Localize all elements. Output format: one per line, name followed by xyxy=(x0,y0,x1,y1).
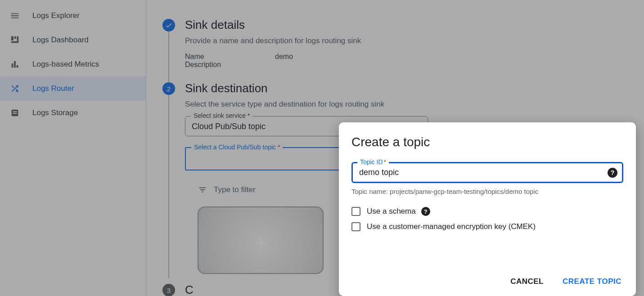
dialog-title: Create a topic xyxy=(351,135,623,149)
topic-name-text: Topic name: projects/panw-gcp-team-testi… xyxy=(351,188,623,195)
help-icon[interactable]: ? xyxy=(608,168,617,178)
use-schema-label: Use a schema xyxy=(367,207,416,216)
use-schema-checkbox-row[interactable]: Use a schema ? xyxy=(351,207,623,216)
dialog-actions: CANCEL CREATE TOPIC xyxy=(351,266,623,289)
topic-id-input[interactable] xyxy=(359,168,602,177)
create-topic-button[interactable]: CREATE TOPIC xyxy=(561,274,623,289)
create-topic-dialog: Create a topic Topic ID* ? Topic name: p… xyxy=(339,122,636,296)
topic-id-label: Topic ID* xyxy=(357,158,389,166)
cancel-button[interactable]: CANCEL xyxy=(509,274,545,289)
checkbox-icon[interactable] xyxy=(351,222,360,231)
use-cmek-label: Use a customer-managed encryption key (C… xyxy=(367,222,536,231)
use-cmek-checkbox-row[interactable]: Use a customer-managed encryption key (C… xyxy=(351,222,623,231)
help-icon[interactable]: ? xyxy=(421,207,430,216)
topic-id-field[interactable]: Topic ID* ? xyxy=(351,162,623,183)
checkbox-icon[interactable] xyxy=(351,207,360,216)
